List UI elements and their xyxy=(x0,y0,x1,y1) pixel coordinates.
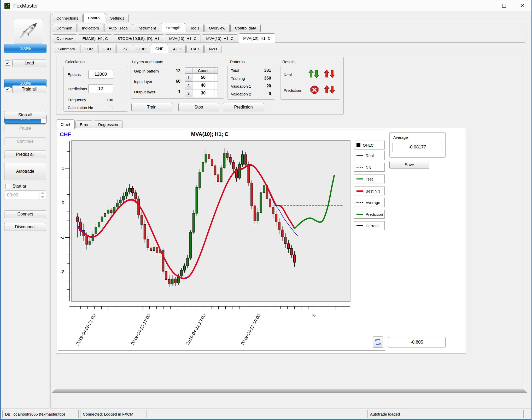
minimize-icon: ─ xyxy=(484,4,487,8)
tab-label: Common xyxy=(56,26,72,30)
tab-page-instrument xyxy=(55,53,524,389)
tab-label: CHF xyxy=(155,46,163,51)
load-button[interactable]: Load xyxy=(12,59,46,67)
legend-prediction[interactable]: Prediction xyxy=(354,210,385,219)
window-title: FexMaster xyxy=(13,3,38,9)
tab-aud[interactable]: AUD xyxy=(169,45,186,53)
legend-nn[interactable]: NN xyxy=(354,163,385,172)
legend-current[interactable]: Current xyxy=(354,221,385,230)
tab-label: Chart xyxy=(61,122,70,127)
tab-label: Indicators xyxy=(82,26,99,30)
spinner-up-button[interactable] xyxy=(39,191,45,195)
legend-label: Current xyxy=(366,224,379,228)
predict-all-button[interactable]: Predict all xyxy=(4,151,46,158)
tab-chart[interactable]: Chart xyxy=(56,119,75,129)
pause-button[interactable]: Pause xyxy=(4,124,46,132)
check-icon: ✓ xyxy=(6,87,9,92)
tab-regression[interactable]: Regression xyxy=(94,121,122,128)
train-all-checkbox[interactable]: ✓ xyxy=(5,87,10,92)
best-nn-line-icon xyxy=(356,190,363,192)
close-icon: ✕ xyxy=(520,3,525,9)
autotrade-button[interactable]: Autotrade xyxy=(4,163,46,180)
connect-button[interactable]: Connect xyxy=(4,210,46,218)
tab-connections[interactable]: Connections xyxy=(52,14,83,22)
currency-tab-row: Summary EUR USD JPY GBP CHF AUD CAD NZD xyxy=(54,44,221,53)
current-line-icon xyxy=(356,225,363,226)
legend-average[interactable]: Average xyxy=(354,198,385,207)
statusbar-separator xyxy=(1,408,531,409)
tab-eur[interactable]: EUR xyxy=(80,45,97,53)
status-autotrade: Autotrade loaded xyxy=(367,410,524,418)
status-empty-2 xyxy=(241,410,366,418)
control-tab-row: Common Indicators Auto Trade Instrument … xyxy=(52,23,261,32)
disconnect-button[interactable]: Disconnect xyxy=(4,223,46,231)
start-at-checkbox[interactable] xyxy=(5,184,10,188)
legend-real[interactable]: Real xyxy=(354,151,385,160)
legend-label: Average xyxy=(366,200,380,205)
tab-mva-2[interactable]: MVA(10); H1; C xyxy=(202,34,238,42)
start-time-spinner[interactable]: 00:00 xyxy=(4,190,46,200)
legend-label: Real xyxy=(366,153,374,158)
chart-tab-row: Chart Error Regression xyxy=(56,119,122,128)
stop-all-button[interactable]: Stop all xyxy=(4,111,46,119)
tab-label: Regression xyxy=(98,122,118,127)
status-empty-1 xyxy=(147,410,239,418)
tab-chf[interactable]: CHF xyxy=(151,44,168,53)
tab-error[interactable]: Error xyxy=(75,121,93,128)
tab-jpy[interactable]: JPY xyxy=(116,45,132,53)
app-icon xyxy=(4,3,10,9)
ohlc-swatch-icon xyxy=(356,143,360,147)
nn-line-icon xyxy=(356,167,363,168)
legend-label: Prediction xyxy=(366,212,383,217)
legend-test[interactable]: Test xyxy=(354,175,385,183)
continue-button[interactable]: Continue xyxy=(4,137,46,145)
maximize-icon: ☐ xyxy=(502,3,506,9)
minimize-button[interactable]: ─ xyxy=(478,0,494,11)
tab-control-data[interactable]: Control data xyxy=(230,24,261,32)
sidebar-splitter[interactable] xyxy=(49,13,51,408)
real-line-icon xyxy=(356,155,363,156)
continue-button-label: Continue xyxy=(17,139,33,144)
status-db-text: DB: localhost/3055 (fexmaster.fdb) xyxy=(5,412,65,416)
tab-settings[interactable]: Settings xyxy=(106,14,129,22)
load-button-label: Load xyxy=(25,61,34,65)
maximize-button[interactable]: ☐ xyxy=(496,0,512,11)
tab-nzd[interactable]: NZD xyxy=(204,45,221,53)
tab-stoch[interactable]: STOCH(10,5,5); (D); H1 xyxy=(113,34,164,42)
tab-control[interactable]: Control xyxy=(83,13,105,22)
tab-instrument[interactable]: Instrument xyxy=(133,24,160,32)
close-button[interactable]: ✕ xyxy=(514,0,530,11)
train-all-button[interactable]: Train all xyxy=(12,85,46,93)
top-progress-label: 100% xyxy=(4,44,46,53)
tab-label: MVA(10); H1; C xyxy=(243,36,271,40)
disconnect-button-label: Disconnect xyxy=(15,225,36,229)
tab-label: EUR xyxy=(85,47,93,51)
legend-best-nn[interactable]: Best NN xyxy=(354,187,385,195)
load-checkbox[interactable]: ✓ xyxy=(5,61,10,66)
tab-label: MVA(10); H1; C xyxy=(169,36,197,41)
tab-label: Instrument xyxy=(137,26,156,30)
legend-ohlc[interactable]: OHLC xyxy=(354,141,385,149)
tab-label: Tools xyxy=(190,26,199,30)
tab-ind-overview[interactable]: Overview xyxy=(52,34,77,42)
tab-mva-3[interactable]: MVA(10); H1; C xyxy=(239,33,275,43)
tab-label: Overview xyxy=(209,26,225,30)
tab-gbp[interactable]: GBP xyxy=(133,45,150,53)
tab-indicators[interactable]: Indicators xyxy=(78,24,103,32)
spin-up-icon xyxy=(41,192,44,194)
tab-mva-1[interactable]: MVA(10); H1; C xyxy=(165,34,201,42)
tab-summary[interactable]: Summary xyxy=(54,45,79,53)
tab-label: Summary xyxy=(58,47,75,51)
tab-strength[interactable]: Strength xyxy=(161,23,185,32)
tab-cad[interactable]: CAD xyxy=(186,45,204,53)
tab-tools[interactable]: Tools xyxy=(186,24,204,32)
tab-auto-trade[interactable]: Auto Trade xyxy=(104,24,132,32)
tab-usd[interactable]: USD xyxy=(98,45,115,53)
tab-overview[interactable]: Overview xyxy=(204,24,230,32)
rocket-button[interactable] xyxy=(14,19,43,44)
resize-grip[interactable] xyxy=(526,412,530,416)
tab-common[interactable]: Common xyxy=(52,24,77,32)
spinner-down-button[interactable] xyxy=(39,195,45,199)
tab-ema[interactable]: EMA(5); H1; C xyxy=(78,34,113,42)
train-all-button-label: Train all xyxy=(22,87,37,92)
